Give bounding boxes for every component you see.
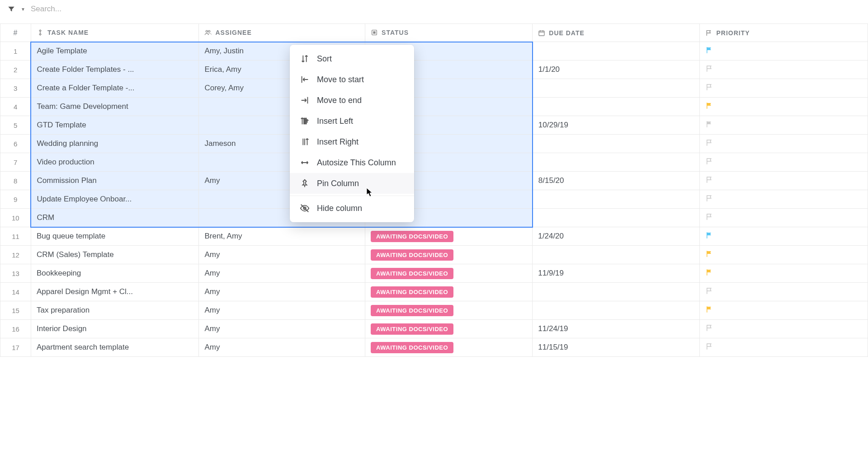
cell-task-name[interactable]: Wedding planning (31, 135, 198, 153)
menu-autosize-column[interactable]: Autosize This Column (290, 152, 414, 173)
cell-priority[interactable] (700, 246, 868, 264)
column-header-number[interactable]: # (0, 24, 31, 42)
cell-due-date[interactable] (533, 301, 700, 320)
cell-priority[interactable] (700, 320, 868, 338)
cell-priority[interactable] (700, 116, 868, 135)
menu-move-to-start[interactable]: Move to start (290, 69, 414, 90)
column-header-status[interactable]: STATUS (365, 24, 533, 42)
search-input[interactable] (31, 3, 861, 15)
cell-priority[interactable] (700, 227, 868, 246)
cell-priority[interactable] (700, 209, 868, 227)
cell-due-date[interactable]: 11/15/19 (533, 338, 700, 357)
table-row[interactable]: 14Apparel Design Mgmt + Cl...AmyAWAITING… (0, 283, 868, 301)
filter-dropdown-caret[interactable]: ▼ (21, 7, 25, 12)
cell-due-date[interactable] (533, 98, 700, 116)
filter-icon[interactable] (7, 5, 15, 13)
cell-priority[interactable] (700, 79, 868, 98)
cell-due-date[interactable]: 11/24/19 (533, 320, 700, 338)
cell-task-name[interactable]: Interior Design (31, 320, 198, 338)
cell-task-name[interactable]: CRM (31, 209, 198, 227)
cell-due-date[interactable]: 10/29/19 (533, 116, 700, 135)
table-row[interactable]: 9Update Employee Onboar... (0, 190, 868, 209)
cell-priority[interactable] (700, 283, 868, 301)
cell-priority[interactable] (700, 135, 868, 153)
cell-task-name[interactable]: Video production (31, 153, 198, 172)
table-row[interactable]: 17Apartment search templateAmyAWAITING D… (0, 338, 868, 357)
cell-status[interactable]: AWAITING DOCS/VIDEO (365, 264, 533, 283)
cell-priority[interactable] (700, 153, 868, 172)
cell-task-name[interactable]: CRM (Sales) Template (31, 246, 198, 264)
column-header-assignee[interactable]: ASSIGNEE (199, 24, 365, 42)
menu-insert-left[interactable]: Insert Left (290, 111, 414, 131)
cell-task-name[interactable]: Bug queue template (31, 227, 198, 246)
cell-due-date[interactable] (533, 79, 700, 98)
menu-hide-column[interactable]: Hide column (290, 198, 414, 219)
cell-priority[interactable] (700, 42, 868, 61)
cell-due-date[interactable]: 1/1/20 (533, 61, 700, 79)
cell-assignee[interactable]: Brent, Amy (199, 227, 365, 246)
cell-priority[interactable] (700, 98, 868, 116)
menu-sort[interactable]: Sort (290, 48, 414, 69)
cell-task-name[interactable]: Team: Game Development (31, 98, 198, 116)
table-row[interactable]: 4Team: Game Development (0, 98, 868, 116)
cell-task-name[interactable]: Apparel Design Mgmt + Cl... (31, 283, 198, 301)
cell-task-name[interactable]: Apartment search template (31, 338, 198, 357)
cell-priority[interactable] (700, 301, 868, 320)
cell-assignee[interactable]: Amy (199, 301, 365, 320)
cell-status[interactable]: AWAITING DOCS/VIDEO (365, 283, 533, 301)
table-row[interactable]: 6Wedding planningJameson (0, 135, 868, 153)
cell-priority[interactable] (700, 338, 868, 357)
cell-due-date[interactable] (533, 42, 700, 61)
column-label: DUE DATE (549, 29, 585, 37)
cell-task-name[interactable]: Create a Folder Template -... (31, 79, 198, 98)
column-header-task-name[interactable]: TASK NAME (31, 24, 198, 42)
cell-due-date[interactable] (533, 209, 700, 227)
table-row[interactable]: 3Create a Folder Template -...Corey, Amy (0, 79, 868, 98)
column-header-priority[interactable]: PRIORITY (700, 24, 868, 42)
cell-task-name[interactable]: Agile Template (31, 42, 198, 61)
cell-task-name[interactable]: Tax preparation (31, 301, 198, 320)
table-row[interactable]: 16Interior DesignAmyAWAITING DOCS/VIDEO1… (0, 320, 868, 338)
cell-status[interactable]: AWAITING DOCS/VIDEO (365, 301, 533, 320)
cell-assignee[interactable]: Amy (199, 283, 365, 301)
cell-due-date[interactable]: 11/9/19 (533, 264, 700, 283)
cell-task-name[interactable]: Update Employee Onboar... (31, 190, 198, 209)
cell-priority[interactable] (700, 190, 868, 209)
menu-move-to-end[interactable]: Move to end (290, 90, 414, 111)
cell-assignee[interactable]: Amy (199, 320, 365, 338)
menu-insert-right[interactable]: Insert Right (290, 131, 414, 152)
cell-task-name[interactable]: Create Folder Templates - ... (31, 61, 198, 79)
table-row[interactable]: 10CRM (0, 209, 868, 227)
table-row[interactable]: 7Video production (0, 153, 868, 172)
table-row[interactable]: 13BookkeepingAmyAWAITING DOCS/VIDEO11/9/… (0, 264, 868, 283)
cell-status[interactable]: AWAITING DOCS/VIDEO (365, 246, 533, 264)
cell-priority[interactable] (700, 172, 868, 190)
column-header-due-date[interactable]: DUE DATE (533, 24, 700, 42)
cell-assignee[interactable]: Amy (199, 246, 365, 264)
cell-status[interactable]: AWAITING DOCS/VIDEO (365, 227, 533, 246)
cell-priority[interactable] (700, 61, 868, 79)
cell-due-date[interactable] (533, 283, 700, 301)
table-row[interactable]: 2Create Folder Templates - ...Erica, Amy… (0, 61, 868, 79)
cell-task-name[interactable]: GTD Template (31, 116, 198, 135)
cell-task-name[interactable]: Commission Plan (31, 172, 198, 190)
cell-status[interactable]: AWAITING DOCS/VIDEO (365, 320, 533, 338)
cell-due-date[interactable]: 1/24/20 (533, 227, 700, 246)
cell-assignee[interactable]: Amy (199, 338, 365, 357)
cell-due-date[interactable] (533, 135, 700, 153)
cell-task-name[interactable]: Bookkeeping (31, 264, 198, 283)
cell-status[interactable]: AWAITING DOCS/VIDEO (365, 338, 533, 357)
table-row[interactable]: 8Commission PlanAmy8/15/20 (0, 172, 868, 190)
table-row[interactable]: 5GTD Template10/29/19 (0, 116, 868, 135)
cell-assignee[interactable]: Amy (199, 264, 365, 283)
table-row[interactable]: 12CRM (Sales) TemplateAmyAWAITING DOCS/V… (0, 246, 868, 264)
cell-due-date[interactable] (533, 153, 700, 172)
menu-pin-column[interactable]: Pin Column (290, 173, 414, 194)
table-row[interactable]: 11Bug queue templateBrent, AmyAWAITING D… (0, 227, 868, 246)
cell-priority[interactable] (700, 264, 868, 283)
table-row[interactable]: 15Tax preparationAmyAWAITING DOCS/VIDEO (0, 301, 868, 320)
cell-due-date[interactable] (533, 190, 700, 209)
cell-due-date[interactable] (533, 246, 700, 264)
cell-due-date[interactable]: 8/15/20 (533, 172, 700, 190)
table-row[interactable]: 1Agile TemplateAmy, Justin (0, 42, 868, 61)
